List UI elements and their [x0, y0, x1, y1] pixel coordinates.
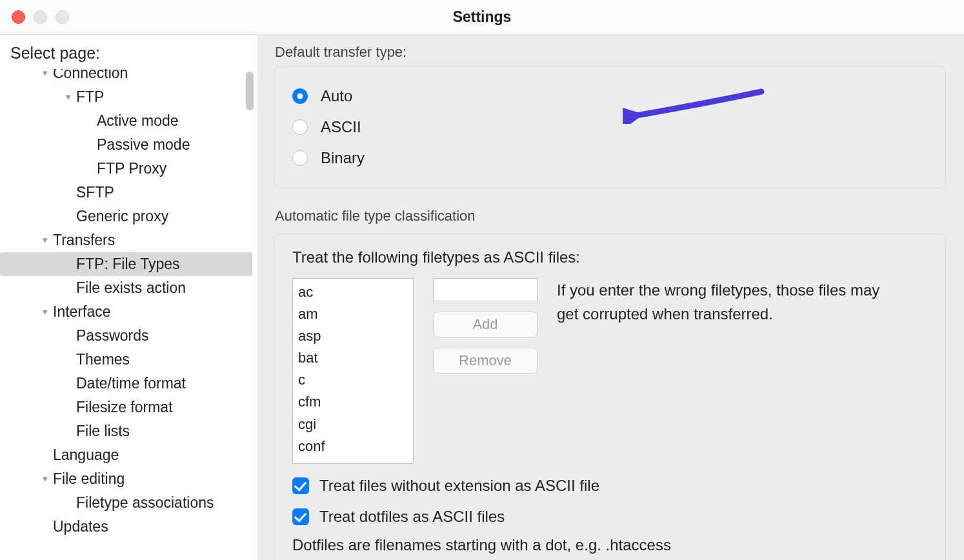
filetype-item[interactable]: ac [297, 281, 409, 303]
filetype-item[interactable]: cgi [297, 414, 409, 435]
sidebar-item-active-mode[interactable]: Active mode [0, 109, 252, 133]
radio-auto[interactable] [292, 88, 308, 104]
sidebar-item-label: Passwords [76, 324, 148, 348]
sidebar-item-date-time-format[interactable]: Date/time format [0, 372, 252, 395]
sidebar-item-label: Generic proxy [76, 205, 168, 228]
sidebar-item-label: FTP Proxy [97, 157, 166, 181]
sidebar-item-filesize-format[interactable]: Filesize format [0, 395, 252, 419]
radio-ascii-row[interactable]: ASCII [292, 112, 927, 143]
window-body: Select page: ConnectionFTPActive modePas… [0, 35, 964, 560]
sidebar-item-label: File lists [76, 419, 130, 443]
sidebar-item-label: Themes [76, 348, 130, 372]
sidebar-item-filetype-associations[interactable]: Filetype associations [0, 491, 252, 515]
filetype-item[interactable]: bat [297, 347, 409, 369]
sidebar-item-label: Active mode [97, 109, 179, 133]
filetype-listbox[interactable]: acamaspbatccfmcgiconf [292, 278, 414, 464]
tree-scrollbar[interactable] [246, 72, 254, 110]
sidebar-item-label: Interface [53, 300, 111, 324]
sidebar-item-transfers[interactable]: Transfers [0, 228, 252, 252]
filetype-item[interactable]: cfm [297, 391, 409, 413]
radio-auto-row[interactable]: Auto [292, 81, 927, 112]
classification-section: Automatic file type classification Treat… [274, 206, 946, 560]
check-dotfiles-label: Treat dotfiles as ASCII files [319, 508, 505, 526]
classification-row: acamaspbatccfmcgiconf Add Remove If you … [292, 278, 927, 464]
settings-tree[interactable]: ConnectionFTPActive modePassive modeFTP … [0, 69, 257, 552]
sidebar-item-ftp-file-types[interactable]: FTP: File Types [0, 252, 252, 276]
sidebar-item-themes[interactable]: Themes [0, 348, 252, 372]
classification-panel: Treat the following filetypes as ASCII f… [274, 234, 946, 560]
sidebar-item-label: File editing [53, 467, 125, 491]
sidebar-item-label: File exists action [76, 276, 186, 300]
minimize-window-button[interactable] [34, 10, 47, 24]
radio-ascii[interactable] [292, 119, 308, 135]
filetype-controls: Add Remove [433, 278, 537, 374]
zoom-window-button[interactable] [55, 10, 69, 24]
remove-button[interactable]: Remove [433, 348, 537, 374]
sidebar-item-file-lists[interactable]: File lists [0, 419, 252, 443]
window-title: Settings [453, 8, 512, 26]
tree-wrap: ConnectionFTPActive modePassive modeFTP … [0, 69, 257, 560]
filetype-item[interactable]: am [297, 303, 409, 325]
sidebar-item-file-editing[interactable]: File editing [0, 467, 252, 491]
filetype-input[interactable] [433, 278, 537, 301]
transfer-type-panel: Auto ASCII Binary [274, 66, 946, 188]
classification-heading: Treat the following filetypes as ASCII f… [292, 248, 927, 266]
check-no-ext[interactable] [292, 477, 309, 494]
sidebar-item-updates[interactable]: Updates [0, 515, 252, 539]
sidebar-item-label: Date/time format [76, 372, 186, 395]
sidebar-item-label: Transfers [53, 228, 115, 252]
sidebar-header: Select page: [0, 35, 257, 69]
filetype-hint: If you enter the wrong filetypes, those … [557, 278, 892, 326]
sidebar-item-label: FTP [76, 85, 104, 109]
sidebar-item-label: SFTP [76, 181, 114, 205]
chevron-down-icon [39, 232, 52, 248]
chevron-down-icon [62, 89, 75, 105]
sidebar-item-label: FTP: File Types [76, 252, 180, 276]
close-window-button[interactable] [12, 10, 25, 24]
sidebar-item-language[interactable]: Language [0, 443, 252, 467]
radio-auto-label: Auto [321, 87, 352, 105]
sidebar-item-sftp[interactable]: SFTP [0, 181, 252, 205]
filetype-item[interactable]: conf [297, 435, 409, 457]
sidebar-item-passwords[interactable]: Passwords [0, 324, 252, 348]
sidebar-item-interface[interactable]: Interface [0, 300, 252, 324]
sidebar-item-label: Filesize format [76, 395, 173, 419]
default-transfer-section: Default transfer type: Auto ASCII Binary [274, 43, 946, 188]
radio-binary[interactable] [292, 150, 308, 166]
add-button[interactable]: Add [433, 312, 537, 337]
classification-label: Automatic file type classification [274, 206, 946, 230]
dotfiles-note: Dotfiles are filenames starting with a d… [292, 536, 927, 554]
radio-ascii-label: ASCII [321, 118, 361, 136]
sidebar-item-generic-proxy[interactable]: Generic proxy [0, 205, 252, 228]
check-no-ext-row[interactable]: Treat files without extension as ASCII f… [292, 477, 927, 495]
filetype-item[interactable]: c [297, 369, 409, 391]
sidebar-item-passive-mode[interactable]: Passive mode [0, 133, 252, 157]
sidebar-item-label: Updates [53, 515, 108, 539]
sidebar-item-connection[interactable]: Connection [0, 69, 252, 85]
sidebar-item-ftp[interactable]: FTP [0, 85, 252, 109]
check-dotfiles-row[interactable]: Treat dotfiles as ASCII files [292, 508, 927, 526]
settings-window: Settings Select page: ConnectionFTPActiv… [0, 0, 964, 560]
radio-binary-label: Binary [321, 149, 365, 167]
default-transfer-label: Default transfer type: [274, 43, 946, 66]
content-area: Default transfer type: Auto ASCII Binary [258, 35, 964, 560]
traffic-lights [12, 10, 69, 24]
sidebar-item-label: Filetype associations [76, 491, 214, 515]
sidebar-item-ftp-proxy[interactable]: FTP Proxy [0, 157, 252, 181]
check-no-ext-label: Treat files without extension as ASCII f… [319, 477, 599, 495]
chevron-down-icon [39, 69, 52, 81]
check-dotfiles[interactable] [292, 508, 309, 525]
sidebar-item-label: Passive mode [97, 133, 190, 157]
sidebar-item-label: Language [53, 443, 119, 467]
filetype-item[interactable]: asp [297, 325, 409, 347]
sidebar: Select page: ConnectionFTPActive modePas… [0, 35, 258, 560]
chevron-down-icon [39, 304, 52, 319]
chevron-down-icon [39, 471, 52, 486]
radio-binary-row[interactable]: Binary [292, 143, 927, 174]
sidebar-item-label: Connection [53, 69, 128, 85]
titlebar: Settings [0, 0, 964, 35]
sidebar-item-file-exists-action[interactable]: File exists action [0, 276, 252, 300]
